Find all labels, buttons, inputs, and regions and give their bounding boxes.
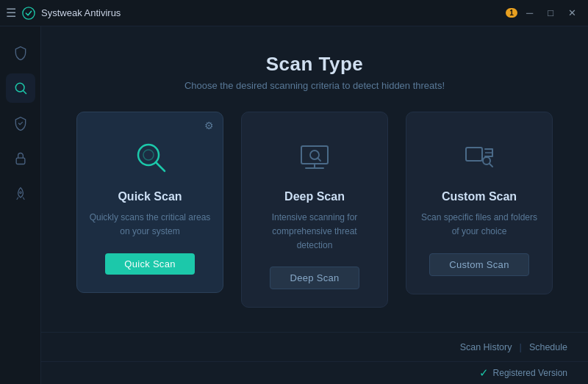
- registered-badge: ✓ Registered Version: [479, 366, 567, 380]
- svg-rect-8: [301, 146, 328, 164]
- registered-label: Registered Version: [493, 368, 567, 378]
- content-area: Scan Type Choose the desired scanning cr…: [41, 26, 588, 384]
- quick-scan-desc: Quickly scans the critical areas on your…: [89, 211, 211, 240]
- custom-scan-title: Custom Scan: [442, 190, 517, 203]
- custom-scan-icon: [456, 133, 503, 180]
- lock-icon: [13, 151, 28, 166]
- notification-badge[interactable]: 1: [506, 8, 517, 18]
- app-logo-icon: [22, 7, 35, 20]
- svg-line-6: [156, 162, 165, 171]
- page-subtitle: Choose the desired scanning criteria to …: [41, 80, 588, 91]
- scan-cards-container: ⚙ Quick Scan Quickly scans the critical …: [41, 112, 588, 332]
- hamburger-icon[interactable]: ☰: [6, 6, 16, 20]
- deep-scan-title: Deep Scan: [284, 190, 345, 203]
- quick-scan-icon: [126, 133, 173, 180]
- minimize-button[interactable]: ─: [520, 6, 539, 20]
- deep-scan-card: Deep Scan Intensive scanning for compreh…: [241, 112, 388, 308]
- footer-separator: |: [519, 341, 521, 352]
- main-layout: Scan Type Choose the desired scanning cr…: [0, 26, 588, 384]
- svg-rect-3: [16, 158, 25, 164]
- page-header: Scan Type Choose the desired scanning cr…: [41, 26, 588, 112]
- custom-scan-button[interactable]: Custom Scan: [429, 253, 528, 276]
- svg-line-16: [490, 164, 492, 167]
- svg-point-7: [143, 150, 154, 160]
- search-icon: [13, 81, 28, 95]
- titlebar-left: ☰ Systweak Antivirus: [6, 6, 121, 20]
- sidebar-item-protection2[interactable]: [6, 109, 35, 138]
- sidebar-item-optimizer[interactable]: [6, 179, 35, 209]
- custom-scan-desc: Scan specific files and folders of your …: [418, 211, 540, 240]
- app-title: Systweak Antivirus: [41, 7, 121, 18]
- svg-point-0: [23, 7, 35, 18]
- maximize-button[interactable]: □: [542, 6, 559, 20]
- sidebar: [0, 26, 41, 384]
- check-shield-icon: [13, 116, 28, 131]
- rocket-icon: [13, 186, 28, 201]
- quick-scan-title: Quick Scan: [118, 190, 182, 203]
- deep-scan-button[interactable]: Deep Scan: [270, 267, 359, 289]
- schedule-link[interactable]: Schedule: [529, 342, 567, 352]
- titlebar-controls: 1 ─ □ ✕: [506, 6, 582, 20]
- page-title: Scan Type: [41, 53, 588, 76]
- footer-links: Scan History | Schedule: [41, 332, 588, 361]
- sidebar-item-protection[interactable]: [6, 38, 35, 68]
- close-button[interactable]: ✕: [562, 6, 582, 20]
- sidebar-item-privacy[interactable]: [6, 144, 35, 173]
- shield-icon: [13, 46, 28, 60]
- svg-rect-13: [466, 148, 482, 161]
- deep-scan-icon: [291, 133, 338, 180]
- quick-scan-button[interactable]: Quick Scan: [105, 253, 194, 275]
- sidebar-item-scan[interactable]: [6, 73, 35, 103]
- registered-icon: ✓: [479, 366, 489, 380]
- footer-registered: ✓ Registered Version: [41, 361, 588, 384]
- scan-history-link[interactable]: Scan History: [460, 342, 512, 352]
- custom-scan-card: Custom Scan Scan specific files and fold…: [406, 112, 553, 294]
- svg-line-12: [318, 158, 320, 161]
- gear-icon[interactable]: ⚙: [204, 120, 214, 131]
- quick-scan-card: ⚙ Quick Scan Quickly scans the critical …: [76, 112, 223, 293]
- svg-line-2: [23, 91, 26, 94]
- deep-scan-desc: Intensive scanning for comprehensive thr…: [254, 211, 376, 253]
- titlebar: ☰ Systweak Antivirus 1 ─ □ ✕: [0, 0, 588, 26]
- svg-point-4: [19, 192, 21, 194]
